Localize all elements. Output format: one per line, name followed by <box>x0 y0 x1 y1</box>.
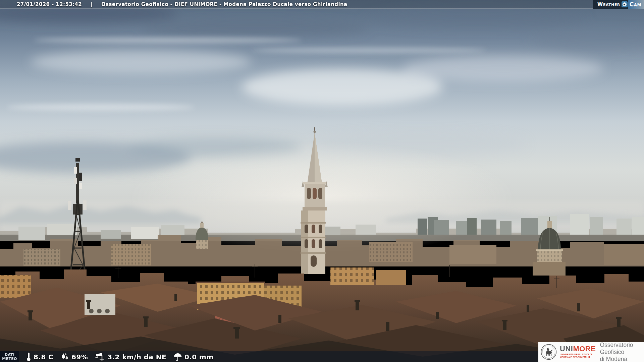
unimore-logotype: UNIMORE UNIVERSITÀ DEGLI STUDI DI MODENA… <box>560 345 596 359</box>
unimore-banner[interactable]: UNIMORE UNIVERSITÀ DEGLI STUDI DI MODENA… <box>538 342 644 362</box>
unimore-acronym-red: MORE <box>573 345 596 353</box>
dati-meteo-line1: DATI <box>5 353 15 357</box>
wind-icon <box>95 352 105 361</box>
observatory-name-line1: Osservatorio Geofisico <box>600 342 644 356</box>
observatory-name: Osservatorio Geofisico di Modena <box>600 342 644 362</box>
unimore-subtitle-line1: UNIVERSITÀ DEGLI STUDI DI <box>560 353 596 356</box>
unimore-subtitle-line2: MODENA E REGGIO EMILIA <box>560 356 596 359</box>
rain-reading: 0.0 mm <box>173 353 213 361</box>
observatory-name-line2: di Modena <box>600 356 644 362</box>
humidity-drops-icon <box>60 353 69 361</box>
wind-value: 3.2 km/h da NE <box>107 353 166 361</box>
caption-bar: 27/01/2026 - 12:53:42 | Osservatorio Geo… <box>0 0 644 9</box>
wind-reading: 3.2 km/h da NE <box>95 352 166 361</box>
rain-value: 0.0 mm <box>184 353 213 361</box>
caption-separator: | <box>91 1 93 7</box>
camera-title: Osservatorio Geofisico - DIEF UNIMORE - … <box>101 1 347 7</box>
thermometer-icon <box>26 352 31 361</box>
humidity-reading: 69% <box>60 353 88 361</box>
umbrella-rain-icon <box>173 353 182 361</box>
weathercam-weather-label: Weather <box>597 0 620 9</box>
webcam-frame: 27/01/2026 - 12:53:42 | Osservatorio Geo… <box>0 0 644 362</box>
dati-meteo-line2: METEO <box>2 357 17 361</box>
university-seal-icon <box>541 344 557 360</box>
timestamp: 27/01/2026 - 12:53:42 <box>17 1 82 7</box>
weathercam-cam-label: Cam <box>628 0 644 9</box>
temperature-reading: 8.8 C <box>26 352 53 361</box>
temperature-value: 8.8 C <box>34 353 53 361</box>
dati-meteo-label: DATI METEO <box>0 351 19 362</box>
humidity-value: 69% <box>71 353 88 361</box>
unimore-acronym-gray: UNI <box>560 345 573 353</box>
camera-lens-icon <box>622 1 628 7</box>
webcam-photo <box>0 0 644 362</box>
weathercam-logo[interactable]: Weather Cam <box>593 0 644 9</box>
